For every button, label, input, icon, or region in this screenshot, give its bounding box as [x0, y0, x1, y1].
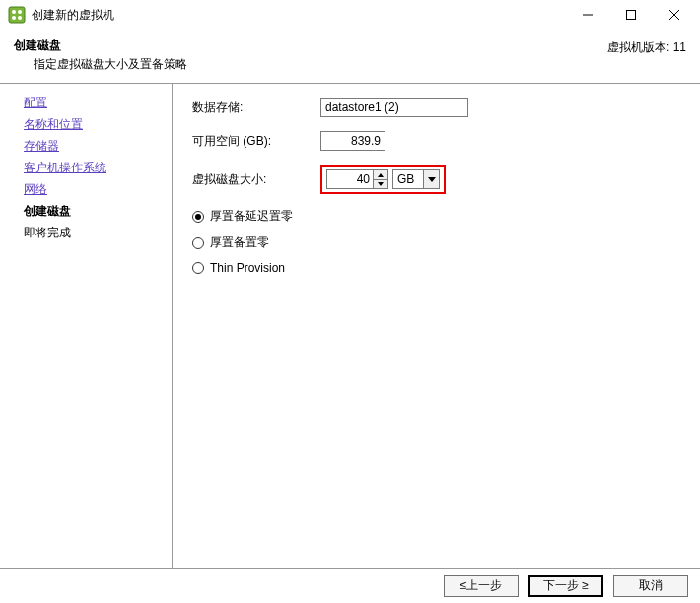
back-button[interactable]: ≤上一步 — [444, 575, 519, 597]
radio-label: 厚置备置零 — [210, 234, 269, 251]
spin-up-button[interactable] — [374, 170, 387, 179]
disk-size-unit-text: GB — [393, 172, 423, 186]
app-icon — [8, 6, 26, 24]
sidebar-item-config[interactable]: 配置 — [24, 94, 172, 111]
header-block: 创建磁盘 指定虚拟磁盘大小及置备策略 虚拟机版本: 11 — [0, 30, 700, 84]
window-title: 创建新的虚拟机 — [32, 7, 114, 24]
disk-size-input[interactable] — [327, 170, 373, 188]
radio-icon — [192, 262, 204, 274]
minimize-button[interactable] — [566, 1, 609, 29]
vm-version-text: 虚拟机版本: 11 — [607, 37, 686, 56]
radio-thin-provision[interactable]: Thin Provision — [192, 261, 680, 275]
available-space-value: 839.9 — [320, 131, 385, 151]
radio-thick-eager-zero[interactable]: 厚置备置零 — [192, 234, 680, 251]
disk-size-unit-select[interactable]: GB — [392, 169, 440, 189]
sidebar-item-create-disk: 创建磁盘 — [24, 202, 172, 220]
radio-thick-lazy-zero[interactable]: 厚置备延迟置零 — [192, 208, 680, 225]
main-panel: 数据存储: datastore1 (2) 可用空间 (GB): 839.9 虚拟… — [173, 84, 700, 576]
footer-bar: ≤上一步 下一步 ≥ 取消 — [0, 568, 700, 603]
svg-rect-6 — [627, 11, 636, 20]
chevron-down-icon[interactable] — [423, 170, 439, 188]
svg-rect-0 — [9, 7, 25, 23]
titlebar: 创建新的虚拟机 — [0, 0, 700, 30]
sidebar-item-name-location[interactable]: 名称和位置 — [24, 115, 172, 133]
maximize-button[interactable] — [609, 1, 653, 29]
available-space-label: 可用空间 (GB): — [192, 133, 320, 150]
datastore-label: 数据存储: — [192, 100, 320, 116]
wizard-sidebar: 配置 名称和位置 存储器 客户机操作系统 网络 创建磁盘 即将完成 — [0, 84, 173, 576]
radio-icon — [192, 237, 204, 249]
cancel-button[interactable]: 取消 — [613, 575, 688, 597]
sidebar-item-network[interactable]: 网络 — [24, 180, 172, 198]
svg-point-4 — [18, 16, 22, 20]
disk-size-label: 虚拟磁盘大小: — [192, 171, 320, 188]
sidebar-item-guest-os[interactable]: 客户机操作系统 — [24, 159, 172, 176]
sidebar-item-storage[interactable]: 存储器 — [24, 137, 172, 155]
page-title: 创建磁盘 — [14, 37, 607, 54]
page-subtitle: 指定虚拟磁盘大小及置备策略 — [34, 56, 607, 73]
datastore-value: datastore1 (2) — [320, 98, 468, 117]
disk-size-highlight: GB — [320, 165, 446, 194]
provisioning-radio-group: 厚置备延迟置零 厚置备置零 Thin Provision — [192, 208, 680, 275]
radio-label: Thin Provision — [210, 261, 285, 275]
svg-point-2 — [18, 10, 22, 14]
radio-label: 厚置备延迟置零 — [210, 208, 293, 225]
close-button[interactable] — [653, 1, 696, 29]
next-button[interactable]: 下一步 ≥ — [528, 575, 603, 597]
svg-point-1 — [12, 10, 16, 14]
spin-down-button[interactable] — [374, 179, 387, 188]
sidebar-item-ready-complete: 即将完成 — [24, 224, 172, 241]
svg-point-3 — [12, 16, 16, 20]
radio-icon — [192, 211, 204, 223]
disk-size-spinner[interactable] — [326, 169, 388, 189]
